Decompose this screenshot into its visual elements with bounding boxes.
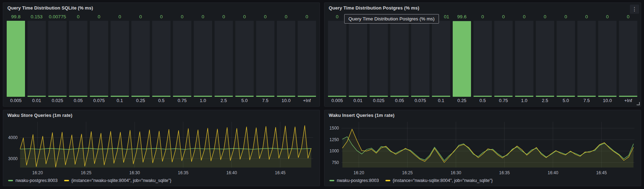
bar-column[interactable]: 00.25 [131, 13, 150, 104]
bar-track [215, 21, 233, 97]
y-tick-label: 3000 [8, 156, 18, 161]
bar-value: 0 [515, 13, 533, 21]
bar-bucket-label: 0.075 [411, 97, 429, 104]
native-tooltip: Query Time Distribution Postgres (% ms) [344, 14, 439, 24]
bar-bucket-label: 5.0 [557, 97, 575, 104]
bar-track [432, 21, 450, 97]
bar-column[interactable]: 00.1 [111, 13, 129, 104]
bar-column[interactable]: 0+Inf [619, 13, 637, 104]
bar-column[interactable]: 00.75 [173, 13, 191, 104]
bar-track [328, 21, 346, 97]
bar-track [48, 21, 67, 97]
panel-menu-button[interactable]: ⋮ [630, 5, 639, 14]
x-tick-label: 16:20 [354, 170, 364, 175]
bar-column[interactable]: 0.1530.01 [27, 13, 46, 104]
y-tick-label: 1000 [329, 149, 339, 153]
bar-column[interactable]: 0+Inf [298, 13, 316, 104]
bar-track [69, 21, 87, 97]
bar-value: 0 [577, 13, 596, 21]
bar-gauge-sqlite: 99.80.0050.1530.010.007750.02500.0500.07… [3, 12, 320, 106]
bar-column[interactable]: 00.75 [494, 13, 513, 104]
x-tick-label: 16:35 [178, 170, 188, 175]
x-tick-label: 16:40 [548, 170, 558, 175]
bar-column[interactable]: 0.05 [390, 13, 409, 104]
bar-column[interactable]: 02.5 [215, 13, 233, 104]
legend-series-marker [329, 180, 334, 181]
bar-column[interactable]: 00.075 [90, 13, 108, 104]
panel-resize-handle[interactable] [637, 102, 640, 105]
bar-bucket-label: 0.025 [370, 97, 388, 104]
legend-item[interactable]: nwaku-postgres:8003 [8, 178, 58, 183]
bar-value: 0.00775 [48, 13, 67, 21]
bar-bucket-label: 7.5 [577, 97, 596, 104]
bar-bucket-label: 0.75 [494, 97, 513, 104]
bar-value: 0 [69, 13, 87, 21]
bar-value: 0 [235, 13, 254, 21]
bar-bucket-label: 0.075 [90, 97, 108, 104]
chart-legend: nwaku-postgres:8003{instance="nwaku-sqli… [6, 177, 317, 186]
bar-track [173, 21, 191, 97]
bar-column[interactable]: 0.025 [370, 13, 388, 104]
legend-item[interactable]: {instance="nwaku-sqlite:8004", job="nwak… [385, 178, 493, 183]
bar-column[interactable]: 99.80.005 [7, 13, 25, 104]
bar-bucket-label: 0.25 [453, 97, 471, 104]
panel-header: Waku Insert Queries (1m rate) [324, 110, 641, 119]
bar-column[interactable]: 01.0 [515, 13, 533, 104]
panel-title[interactable]: Waku Store Queries (1m rate) [7, 113, 72, 118]
legend-item[interactable]: nwaku-postgres:8003 [329, 178, 379, 183]
bar-bucket-label: 2.5 [215, 97, 233, 104]
legend-series-label: {instance="nwaku-sqlite:8004", job="nwak… [72, 178, 172, 183]
bar-value: 0 [256, 13, 274, 21]
bar-bucket-label: 5.0 [235, 97, 254, 104]
bar-column[interactable]: 0.075 [411, 13, 429, 104]
bar-value: 0 [473, 13, 492, 21]
bar-track [131, 21, 150, 97]
bar-column[interactable]: 02.5 [536, 13, 554, 104]
bar-track [256, 21, 274, 97]
x-tick-label: 16:25 [402, 170, 413, 175]
bar-column[interactable]: 07.5 [577, 13, 596, 104]
bar-column[interactable]: 05.0 [557, 13, 575, 104]
bar-column[interactable]: 00.5 [473, 13, 492, 104]
bar-column[interactable]: 0.007750.025 [48, 13, 67, 104]
panel-title[interactable]: Query Time Distribution SQLite (% ms) [7, 5, 93, 11]
bar-bucket-label: 0.025 [48, 97, 67, 104]
bar-column[interactable]: 00.05 [69, 13, 87, 104]
panel-title[interactable]: Waku Insert Queries (1m rate) [329, 113, 395, 118]
panel-waku-insert-queries: Waku Insert Queries (1m rate) 16:2016:25… [324, 110, 641, 186]
bar-track [494, 21, 513, 97]
bar-column[interactable]: 010.0 [277, 13, 295, 104]
bar-track [598, 21, 617, 97]
bar-column[interactable]: 00.5 [152, 13, 171, 104]
bar-track [577, 21, 596, 97]
bar-column[interactable]: 99.60.25 [453, 13, 471, 104]
x-tick-label: 16:30 [451, 170, 461, 175]
bar-column[interactable]: 07.5 [256, 13, 274, 104]
bar-track [27, 21, 46, 97]
x-tick-label: 16:25 [81, 170, 91, 175]
bar-column[interactable]: 00.005 [328, 13, 346, 104]
bar-column[interactable]: 010.1 [432, 13, 450, 104]
bar-value: 0 [173, 13, 191, 21]
bar-column[interactable]: 05.0 [235, 13, 254, 104]
bar-value: 0 [298, 13, 316, 21]
bar-track [557, 21, 575, 97]
bar-fill [7, 21, 25, 97]
bar-track [349, 21, 367, 97]
panel-title[interactable]: Query Time Distribution Postgres (% ms) [329, 5, 419, 11]
y-tick-label: 1250 [329, 137, 339, 142]
bar-column[interactable]: 010.0 [598, 13, 617, 104]
bar-column[interactable]: 0.01 [349, 13, 367, 104]
bar-value: 99.8 [7, 13, 25, 21]
bar-track [411, 21, 429, 97]
bar-column[interactable]: 01.0 [194, 13, 212, 104]
timeseries-body: 16:2016:2516:3016:3516:4016:457501000125… [324, 119, 641, 186]
bar-bucket-label: 2.5 [536, 97, 554, 104]
legend-item[interactable]: {instance="nwaku-sqlite:8004", job="nwak… [64, 178, 172, 183]
panel-header: Query Time Distribution Postgres (% ms) [324, 3, 641, 12]
x-tick-label: 16:40 [227, 170, 237, 175]
bar-value: 0 [557, 13, 575, 21]
legend-series-marker [8, 180, 13, 181]
panel-waku-store-queries: Waku Store Queries (1m rate) 16:2016:251… [3, 110, 320, 186]
bar-track [152, 21, 171, 97]
